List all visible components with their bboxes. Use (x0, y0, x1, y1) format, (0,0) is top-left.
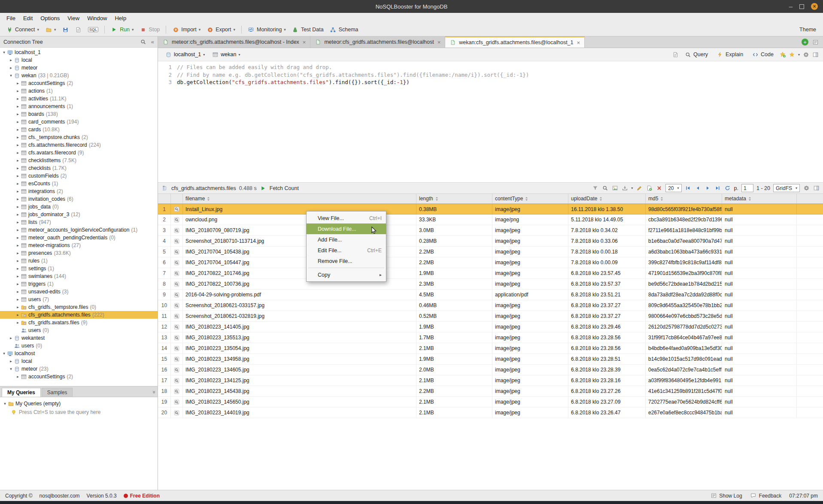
view-file-icon[interactable] (173, 334, 180, 341)
tree-item-boards[interactable]: ▸boards(138) (0, 110, 158, 118)
tree-expand-icon[interactable]: ▸ (15, 320, 20, 325)
tree-item-integrations[interactable]: ▸integrations(2) (0, 187, 158, 195)
view-file-icon[interactable] (173, 248, 180, 255)
tree-item-card-comments[interactable]: ▸card_comments(194) (0, 118, 158, 126)
next-page-icon[interactable] (705, 185, 711, 192)
tree-item-localhost[interactable]: ▾localhost (0, 350, 158, 357)
tree-item-wekantest[interactable]: ▸wekantest (0, 334, 158, 342)
view-file-icon[interactable] (173, 270, 180, 277)
last-page-icon[interactable] (714, 185, 721, 192)
column-header-contentType[interactable]: contentType (492, 194, 568, 203)
tree-item-users[interactable]: users(0) (0, 326, 158, 334)
server-selector[interactable]: localhost_1 ▾ (162, 50, 207, 59)
tab-close-icon[interactable]: × (303, 39, 306, 45)
tree-expand-icon[interactable]: ▸ (15, 166, 20, 170)
tree-expand-icon[interactable]: ▸ (15, 174, 20, 178)
tree-item-actions[interactable]: ▸actions(1) (0, 87, 158, 95)
view-file-icon[interactable] (173, 356, 180, 362)
settings-icon[interactable] (803, 185, 810, 192)
tree-expand-icon[interactable]: ▸ (15, 313, 20, 317)
tree-expand-icon[interactable]: ▸ (15, 220, 20, 224)
table-row-10[interactable]: 10Screenshot_20180621-033157.jpg0.46MBim… (158, 300, 823, 311)
tree-item-cfs-gridfs-attachments-files[interactable]: ▸cfs_gridfs.attachments.files(222) (0, 311, 158, 319)
tree-expand-icon[interactable]: ▸ (15, 81, 20, 85)
tree-collapse-arrow-icon[interactable]: ▾ (3, 401, 7, 406)
my-queries-root[interactable]: ▾ My Queries (empty) (3, 400, 155, 407)
tree-expand-icon[interactable]: ▸ (15, 143, 20, 147)
monitoring-button[interactable]: Monitoring▾ (245, 25, 289, 34)
tree-item-activities[interactable]: ▸activities(11.1K) (0, 95, 158, 103)
editor-tab-3[interactable]: wekan:cfs_gridfs.attachments.files@local… (445, 36, 585, 48)
tree-item-meteor-oauth-pendingcredentials[interactable]: ▸meteor_oauth_pendingCredentials(0) (0, 234, 158, 241)
table-row-18[interactable]: 18IMG_20180223_145438.jpg2.2MBimage/jpeg… (158, 386, 823, 397)
first-page-icon[interactable] (685, 185, 692, 192)
add-document-icon[interactable] (646, 185, 653, 192)
collapse-sidebar-icon[interactable]: « (151, 39, 154, 45)
export-button[interactable]: Export▾ (204, 25, 238, 34)
view-file-icon[interactable] (173, 206, 180, 213)
tree-expand-icon[interactable]: ▸ (15, 297, 20, 302)
save-button[interactable] (60, 25, 72, 34)
sql-window-button[interactable] (73, 25, 85, 34)
shell-icon[interactable] (672, 51, 679, 58)
editor-tab-2[interactable]: meteor:cfs_gridfs.attachments.files@loca… (310, 36, 445, 48)
tree-expand-icon[interactable]: ▸ (15, 127, 20, 132)
tree-expand-icon[interactable]: ▸ (15, 290, 20, 294)
stop-button[interactable]: Stop (137, 25, 163, 34)
tree-item-accountsettings[interactable]: ▸accountSettings(2) (0, 79, 158, 87)
image-preview-icon[interactable] (611, 185, 618, 192)
tree-item-rules[interactable]: ▸rules(1) (0, 257, 158, 265)
tree-expand-icon[interactable]: ▸ (15, 158, 20, 163)
tree-expand-icon[interactable]: ▸ (15, 305, 20, 309)
menu-item-help[interactable]: Help (111, 14, 130, 23)
prev-page-icon[interactable] (695, 185, 702, 192)
view-mode-select[interactable]: GridFS ▾ (773, 184, 800, 192)
tree-item-local[interactable]: ▸local (0, 357, 158, 365)
tree-expand-icon[interactable]: ▸ (15, 282, 20, 286)
menu-item-edit[interactable]: Edit (19, 14, 36, 23)
view-file-icon[interactable] (173, 398, 180, 405)
editor-tab-1[interactable]: meteor:cfs_gridfs.attachments.files@loca… (158, 36, 310, 48)
tree-item-lists[interactable]: ▸lists(947) (0, 218, 158, 226)
explain-button[interactable]: Explain (714, 50, 746, 59)
view-file-icon[interactable] (173, 313, 180, 320)
table-row-13[interactable]: 13IMG_20180223_135513.jpg1.7MBimage/jpeg… (158, 332, 823, 343)
page-size-select[interactable]: 20 ▾ (665, 184, 681, 192)
tree-expand-icon[interactable]: ▸ (15, 274, 20, 278)
tree-item-cfs-gridfs-tempstore-files[interactable]: ▸cfs_gridfs._tempstore.files(0) (0, 303, 158, 311)
open-file-button[interactable]: ▾ (43, 25, 59, 34)
view-file-icon[interactable] (173, 366, 180, 373)
layout-panel-icon[interactable] (812, 51, 819, 58)
tree-expand-icon[interactable]: ▸ (9, 359, 13, 363)
import-button[interactable]: Import▾ (170, 25, 203, 34)
queries-more-icon[interactable]: » (150, 391, 158, 395)
tree-item-checklistitems[interactable]: ▸checklistItems(7.5K) (0, 157, 158, 164)
tab-list-icon[interactable] (812, 39, 819, 45)
queries-tab-samples[interactable]: Samples (42, 388, 73, 397)
tree-item-accountsettings[interactable]: ▸accountSettings(2) (0, 373, 158, 380)
tree-item-unsaved-edits[interactable]: ▸unsaved-edits(3) (0, 288, 158, 296)
tree-item-settings[interactable]: ▸settings(1) (0, 265, 158, 272)
new-tab-button[interactable]: + (802, 39, 808, 45)
view-file-icon[interactable] (173, 216, 180, 223)
tree-item-meteor[interactable]: ▾meteor(23) (0, 365, 158, 373)
table-row-2[interactable]: 2owncloud.png33.3KBimage/png5.11.2018 kl… (158, 214, 823, 225)
menu-item-file[interactable]: File (3, 14, 19, 23)
table-row-5[interactable]: 5IMG_20170704_105438.jpg2.2MBimage/jpeg7… (158, 247, 823, 257)
view-file-icon[interactable] (173, 227, 180, 234)
tree-item-users[interactable]: ▸users(7) (0, 296, 158, 303)
tab-close-icon[interactable]: × (577, 39, 580, 46)
tree-expand-icon[interactable]: ▸ (15, 205, 20, 209)
table-row-9[interactable]: 92016-04-29-solving-problems.pdf4.5MBapp… (158, 290, 823, 300)
query-builder-button[interactable]: Query (681, 50, 711, 59)
column-header-metadata[interactable]: metadata (722, 194, 797, 203)
tree-expand-icon[interactable]: ▸ (9, 336, 13, 340)
tree-item-users[interactable]: users(0) (0, 342, 158, 350)
context-menu-item-add-file[interactable]: Add File... (307, 234, 386, 245)
export-results-icon[interactable] (621, 185, 628, 192)
view-file-icon[interactable] (173, 259, 180, 266)
menu-item-view[interactable]: View (64, 14, 83, 23)
tree-expand-icon[interactable]: ▸ (9, 58, 13, 62)
maximize-button[interactable] (799, 4, 804, 9)
view-file-icon[interactable] (173, 281, 180, 287)
